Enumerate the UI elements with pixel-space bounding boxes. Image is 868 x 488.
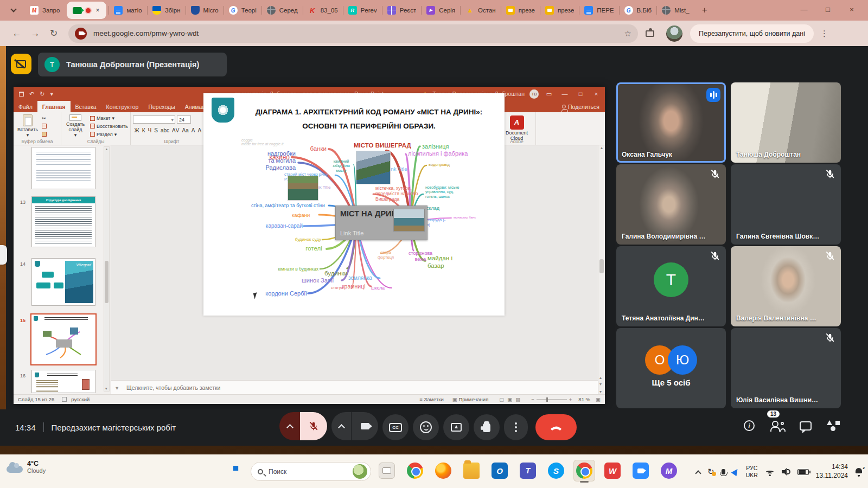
font-style-button[interactable]: Ч bbox=[146, 127, 153, 133]
browser-maximize-button[interactable]: □ bbox=[816, 1, 840, 17]
restart-to-update-button[interactable]: Перезапустити, щоб оновити дані bbox=[690, 24, 814, 43]
more-options-button[interactable] bbox=[504, 414, 528, 440]
leave-call-button[interactable] bbox=[535, 414, 577, 440]
tab-search-button[interactable] bbox=[7, 3, 21, 17]
slide-16-thumbnail[interactable] bbox=[31, 370, 95, 393]
copy-button[interactable] bbox=[42, 123, 47, 130]
meeting-details-button[interactable]: i bbox=[741, 418, 757, 434]
account-avatar[interactable]: ТВ bbox=[529, 89, 539, 99]
zoom-taskbar-icon[interactable] bbox=[630, 460, 652, 481]
section-button[interactable]: Раздел▾ bbox=[90, 131, 128, 138]
editor-scrollbar[interactable]: ▴ ▴ ▾ ▾ bbox=[598, 145, 605, 394]
mic-mute-button[interactable] bbox=[300, 412, 327, 440]
side-panel-handle[interactable] bbox=[0, 245, 7, 265]
participant-tile[interactable]: Танюша Доброштан bbox=[731, 82, 841, 163]
volume-icon[interactable] bbox=[782, 468, 790, 476]
notes-pane[interactable]: ▾ Щелкните, чтобы добавить заметки bbox=[111, 380, 598, 394]
reload-button[interactable]: ↻ bbox=[44, 28, 63, 39]
browser-tab[interactable]: Mist_ bbox=[657, 1, 694, 20]
comments-toggle[interactable]: ▣ Примечания bbox=[452, 396, 488, 402]
address-bar[interactable]: meet.google.com/pmw-ywro-wdt ☆ bbox=[68, 24, 638, 43]
chrome-taskbar-icon[interactable] bbox=[404, 460, 426, 481]
battery-icon[interactable] bbox=[797, 469, 809, 475]
share-button[interactable]: Поделиться bbox=[562, 104, 599, 110]
browser-tab[interactable]: Реєст bbox=[382, 1, 421, 20]
format-painter-button[interactable] bbox=[42, 131, 47, 138]
taskview-taskbar-icon[interactable] bbox=[376, 460, 398, 481]
browser-tab[interactable]: ▶Серія bbox=[422, 1, 460, 20]
notes-toggle[interactable]: ≡ Заметки bbox=[419, 396, 444, 402]
layout-button[interactable]: Макет▾ bbox=[90, 114, 128, 122]
browser-tab[interactable]: презе bbox=[540, 1, 579, 20]
fit-to-window-button[interactable]: ▣ bbox=[596, 396, 601, 402]
browser-tab[interactable]: Micro bbox=[186, 1, 224, 20]
weather-widget[interactable]: 4°C Cloudy bbox=[7, 460, 46, 474]
slide-14-thumbnail[interactable]: Višegrad bbox=[31, 258, 95, 306]
ribbon-display-icon[interactable]: ▭ bbox=[544, 91, 554, 98]
browser-tab[interactable]: RPerev bbox=[343, 1, 382, 20]
mindmap-center-node[interactable]: МІСТ НА ДРИНІ Link Title bbox=[335, 206, 427, 240]
zoom-level[interactable]: 81 % bbox=[578, 396, 590, 402]
font-style-button[interactable]: А bbox=[190, 127, 196, 133]
font-style-button[interactable]: А bbox=[196, 127, 203, 133]
font-style-button[interactable]: Аа bbox=[181, 127, 190, 133]
camera-button[interactable] bbox=[352, 412, 378, 440]
font-style-button[interactable]: Ж bbox=[133, 127, 141, 133]
qat-dropdown-icon[interactable]: ▾ bbox=[50, 91, 53, 98]
outlook-taskbar-icon[interactable]: O bbox=[489, 460, 510, 481]
raise-hand-button[interactable] bbox=[474, 414, 500, 440]
redo-button[interactable]: ↻ bbox=[40, 91, 44, 98]
document-cloud-button[interactable]: ADocument Cloud bbox=[505, 115, 529, 142]
browser-tab[interactable]: Збірн bbox=[148, 1, 186, 20]
browser-tab[interactable]: K83_05 bbox=[303, 1, 343, 20]
font-style-button[interactable]: S bbox=[153, 127, 159, 133]
font-style-button[interactable]: abc bbox=[159, 127, 170, 133]
wps-taskbar-icon[interactable]: W bbox=[602, 460, 623, 481]
browser-close-button[interactable]: × bbox=[840, 1, 864, 17]
ppt-restore-button[interactable]: □ bbox=[575, 91, 586, 97]
mic-options-chevron[interactable] bbox=[279, 412, 300, 440]
menu-tab-файл[interactable]: Файл bbox=[14, 101, 37, 112]
folder-taskbar-icon[interactable] bbox=[461, 460, 482, 481]
participant-tile[interactable]: Оксана Гальчук bbox=[616, 82, 726, 163]
participant-tile[interactable]: Галина Євгенівна Шовк… bbox=[731, 164, 841, 245]
update-icon[interactable]: ↻ bbox=[707, 467, 714, 477]
zoom-slider[interactable] bbox=[537, 399, 567, 400]
slide-15-thumbnail[interactable] bbox=[30, 313, 97, 365]
new-tab-button[interactable]: + bbox=[694, 5, 715, 16]
language-indicator[interactable]: русский bbox=[71, 396, 90, 402]
participant-tile[interactable]: ТТетяна Анатоліївна Дин… bbox=[616, 246, 726, 326]
participant-tile[interactable]: Галина Володимирівна … bbox=[616, 164, 726, 245]
browser-tab[interactable]: GТеорі bbox=[224, 1, 261, 20]
language-switcher[interactable]: РУС UKR bbox=[746, 465, 758, 479]
zoom-out-button[interactable]: − bbox=[531, 396, 534, 402]
menu-tab-конструктор[interactable]: Конструктор bbox=[101, 101, 144, 112]
browser-tab[interactable]: презе bbox=[501, 1, 540, 20]
tab-close-icon[interactable]: × bbox=[94, 7, 100, 14]
camera-options-chevron[interactable] bbox=[331, 412, 351, 440]
people-button[interactable] bbox=[769, 418, 786, 434]
tab-meet-active[interactable]: × bbox=[67, 2, 106, 19]
captions-button[interactable]: CC bbox=[382, 414, 409, 440]
save-icon[interactable] bbox=[19, 92, 24, 97]
bookmark-star-icon[interactable]: ☆ bbox=[624, 29, 631, 38]
firefox-taskbar-icon[interactable] bbox=[432, 460, 454, 481]
forward-button[interactable]: → bbox=[26, 28, 44, 39]
mail-taskbar-icon[interactable]: M bbox=[658, 460, 680, 481]
browser-tab[interactable]: MЗапро bbox=[25, 1, 65, 20]
skype-taskbar-icon[interactable]: S bbox=[545, 460, 567, 481]
thumbnail-scrollbar[interactable]: ▴ ▾ bbox=[104, 146, 110, 391]
tray-expand-chevron[interactable] bbox=[695, 470, 701, 476]
font-name-box[interactable]: ▾ bbox=[133, 115, 175, 124]
ppt-close-button[interactable]: × bbox=[591, 91, 602, 97]
teams-taskbar-icon[interactable]: T bbox=[517, 460, 539, 481]
chat-button[interactable] bbox=[797, 418, 814, 434]
menu-tab-переходы[interactable]: Переходы bbox=[143, 101, 180, 112]
extensions-icon[interactable] bbox=[646, 30, 654, 37]
reactions-button[interactable] bbox=[413, 414, 439, 440]
location-icon[interactable] bbox=[731, 467, 740, 477]
browser-tab[interactable]: ПЕРЕ bbox=[579, 1, 618, 20]
slide-13-thumbnail[interactable]: Структура дослідження bbox=[31, 196, 95, 247]
taskbar-search[interactable]: Поиск bbox=[251, 462, 371, 481]
chrome-taskbar-icon[interactable] bbox=[573, 460, 595, 481]
